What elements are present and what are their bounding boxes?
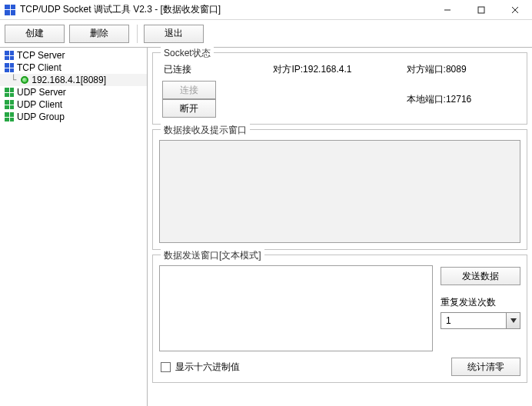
connected-icon [21,76,28,84]
toolbar: 创建 删除 退出 [0,20,532,48]
tree-label: UDP Group [17,111,65,122]
delete-button[interactable]: 删除 [69,25,129,43]
disconnect-button[interactable]: 断开 [162,99,216,118]
tree-branch-icon: └ [11,75,16,85]
svg-marker-4 [510,318,517,323]
tree-label: TCP Client [17,62,62,73]
checkbox-icon [161,362,171,372]
send-group: 数据发送窗口[文本模式] 发送数据 重复发送次数 1 [152,255,527,383]
peer-ip-label: 对方IP:192.168.4.1 [273,63,406,76]
repeat-count-combo[interactable]: 1 [441,312,520,329]
hex-display-label: 显示十六进制值 [175,361,240,374]
peer-port-label: 对方端口:8089 [407,63,520,76]
tree-node-tcp-client-connection[interactable]: └ 192.168.4.1[8089] [0,74,147,86]
title-bar: TCP/UDP Socket 调试工具 V2.3 - [数据收发窗口] [0,0,532,20]
group-icon [5,112,14,121]
svg-rect-1 [478,7,484,13]
tree-node-tcp-server[interactable]: TCP Server [0,49,147,62]
connect-buttons: 连接 断开 [159,81,273,118]
client-icon [5,100,14,109]
content-panel: Socket状态 已连接 对方IP:192.168.4.1 对方端口:8089 … [148,48,532,406]
window-controls [431,0,532,19]
repeat-count-label: 重复发送次数 [441,296,520,309]
send-bottom-bar: 显示十六进制值 统计清零 [159,358,520,376]
send-side-controls: 发送数据 重复发送次数 1 [441,265,520,351]
send-textarea[interactable] [159,265,433,351]
server-icon [5,88,14,97]
local-port-value: 12716 [446,94,471,105]
tree-node-tcp-client[interactable]: TCP Client [0,62,147,74]
toolbar-separator [137,25,138,43]
receive-textarea[interactable] [159,140,520,243]
clear-stats-button[interactable]: 统计清零 [451,358,520,376]
server-icon [5,51,14,60]
connection-tree: TCP Server TCP Client └ 192.168.4.1[8089… [0,48,148,406]
connect-button[interactable]: 连接 [162,81,216,99]
chevron-down-icon [506,313,520,328]
hex-display-checkbox[interactable]: 显示十六进制值 [159,361,240,374]
close-button[interactable] [498,0,532,19]
tree-node-udp-group[interactable]: UDP Group [0,111,147,123]
minimize-button[interactable] [431,0,464,19]
exit-button[interactable]: 退出 [144,25,204,43]
window-title: TCP/UDP Socket 调试工具 V2.3 - [数据收发窗口] [20,3,431,16]
receive-group: 数据接收及提示窗口 [152,129,527,250]
send-data-button[interactable]: 发送数据 [441,267,520,285]
peer-port-value: 8089 [446,64,467,75]
repeat-count-value: 1 [441,315,506,326]
app-icon [5,5,15,15]
client-icon [5,63,14,72]
socket-status-group: Socket状态 已连接 对方IP:192.168.4.1 对方端口:8089 … [152,52,527,125]
local-port-label: 本地端口:12716 [407,93,520,106]
maximize-button[interactable] [464,0,498,19]
create-button[interactable]: 创建 [5,25,65,43]
receive-legend: 数据接收及提示窗口 [161,124,250,137]
tree-node-udp-client[interactable]: UDP Client [0,98,147,111]
tree-label: TCP Server [17,50,65,61]
tree-label: UDP Client [17,99,62,110]
status-text: 已连接 [159,63,273,76]
tree-label: UDP Server [17,87,66,98]
tree-label: 192.168.4.1[8089] [32,75,106,85]
send-legend: 数据发送窗口[文本模式] [161,249,264,262]
socket-status-legend: Socket状态 [161,47,214,60]
peer-ip-value: 192.168.4.1 [303,64,351,75]
tree-node-udp-server[interactable]: UDP Server [0,86,147,98]
main-area: TCP Server TCP Client └ 192.168.4.1[8089… [0,48,532,406]
